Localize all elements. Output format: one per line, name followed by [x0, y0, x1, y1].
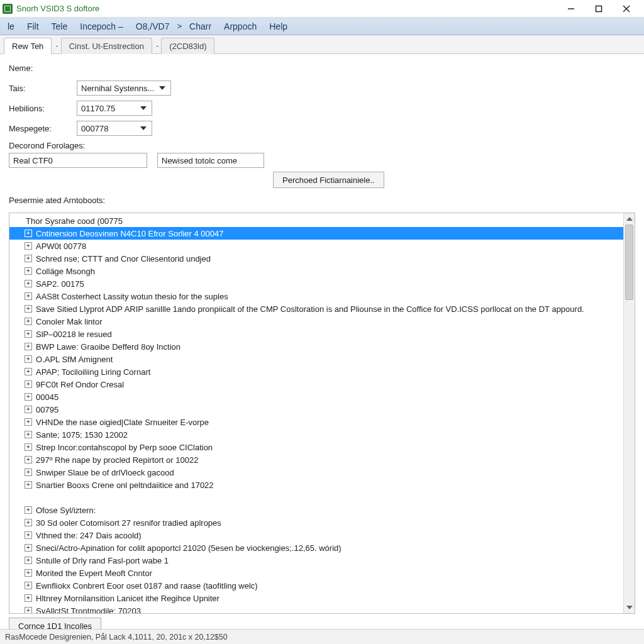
expander-icon[interactable]: + [25, 469, 32, 476]
tab[interactable]: (2CD83ld) [161, 38, 214, 54]
tree-row[interactable]: +AAS8t Costerhect Lassity wotun thesio f… [9, 290, 623, 303]
tree-row[interactable]: +Ewnfliokx Conbrert Eoor oset 0187 and r… [9, 579, 623, 592]
tree-view[interactable]: +Thor Sysrahe cood (00775+Cntinersion De… [9, 213, 623, 613]
tree-row-label: Colläge Msongh [36, 267, 95, 276]
expander-icon[interactable]: + [25, 343, 32, 350]
expander-icon[interactable]: + [25, 418, 32, 426]
expander-icon[interactable]: + [25, 330, 32, 338]
expander-icon[interactable]: + [25, 443, 32, 451]
expander-icon[interactable]: + [25, 569, 32, 577]
tree-row[interactable]: +Hltnrey Mornilansition Lanicet ithe Reg… [9, 592, 623, 604]
expander-icon[interactable]: + [25, 531, 32, 539]
scroll-down-arrow-icon[interactable] [624, 602, 635, 613]
tree-row[interactable]: +Ofose Syl/iztern: [9, 504, 623, 516]
menu-item[interactable]: Help [263, 18, 294, 35]
close-button[interactable] [613, 0, 640, 18]
tree-row[interactable]: +Vthned the: 247 Dais acoold) [9, 529, 623, 541]
tree-row[interactable]: +SAP2. 00175 [9, 277, 623, 290]
expander-icon[interactable]: + [25, 582, 32, 589]
tree-row-label: Cntinersion Deosvinen N4C10 Efror Sorlie… [36, 229, 223, 238]
chevron-down-icon [157, 86, 168, 90]
expander-icon[interactable]: + [25, 380, 32, 388]
tree-row-label: Schred nse; CTTT and Cnor Cliesentorid u… [36, 254, 211, 264]
newised-value: Newised totolc come [162, 156, 237, 165]
tree-row[interactable]: +297º Rhe nape by procled Repirtort or 1… [9, 453, 623, 466]
menu-item[interactable]: Tele [45, 18, 74, 35]
expander-icon[interactable]: + [25, 519, 32, 526]
tree-row[interactable]: +O.APL SfM Amignent [9, 353, 623, 365]
vertical-scrollbar[interactable] [623, 213, 635, 613]
expander-icon[interactable]: + [25, 481, 32, 489]
expander-icon[interactable]: + [25, 406, 32, 413]
expander-icon[interactable]: + [25, 456, 32, 464]
scroll-thumb[interactable] [625, 225, 633, 300]
menu-item[interactable]: Charr [183, 18, 218, 35]
tree-row[interactable]: +9FC0t Ref Ondor Cresal [9, 378, 623, 391]
tree-row[interactable]: +SlP–00218 le resued [9, 328, 623, 340]
tree-row-label: Morited the Evpert Meoft Cnntor [36, 569, 152, 578]
tree-row[interactable]: +VHNDe the nase oigied|Clate Srnueiter E… [9, 416, 623, 428]
tree-row[interactable]: +APAP; Tociloiliing Liring Cornart [9, 365, 623, 378]
name-label: Neme: [9, 64, 77, 73]
tree-row[interactable]: +Morited the Evpert Meoft Cnntor [9, 567, 623, 579]
tree-row[interactable]: +Thor Sysrahe cood (00775 [9, 214, 623, 227]
real-ctf0-input[interactable]: Real CTF0 [9, 153, 147, 168]
expander-icon[interactable]: + [25, 607, 32, 613]
tree-row[interactable]: +Colläge Msongh [9, 265, 623, 277]
expander-icon[interactable]: + [25, 305, 32, 313]
expander-icon[interactable]: + [25, 267, 32, 275]
hebilions-combo[interactable]: 01170.75 [77, 101, 152, 116]
tree-row[interactable]: +30 Sd ooler Cotomisort 27 resnifor trad… [9, 516, 623, 529]
expander-icon[interactable]: + [25, 393, 32, 401]
mespegete-combo[interactable]: 000778 [77, 121, 152, 136]
tree-label: Pesermie ated Arntoboots: [9, 196, 635, 205]
tree-row[interactable]: +Snartier Booxs Crene onl peltndaiitice … [9, 479, 623, 491]
newised-input[interactable]: Newised totolc come [157, 153, 264, 168]
menu-item[interactable]: Incepoch – [74, 18, 130, 35]
perchoed-button[interactable]: Perchoed Fictiarnainiele.. [273, 172, 384, 188]
expander-icon[interactable]: + [25, 318, 32, 325]
expander-icon[interactable]: + [25, 431, 32, 438]
tab[interactable]: Cinst. Ut-Enstrection [61, 38, 152, 54]
tree-row[interactable]: +Cntinersion Deosvinen N4C10 Efror Sorli… [9, 227, 623, 240]
tree-row[interactable]: +00795 [9, 403, 623, 416]
expander-icon[interactable]: + [25, 506, 32, 514]
menu-item[interactable]: le [1, 18, 21, 35]
expander-icon[interactable]: + [25, 292, 32, 300]
tree-row[interactable]: +00045 [9, 391, 623, 403]
maximize-button[interactable] [585, 0, 613, 18]
tree-row[interactable]: +SyAllctSt Trontmodile: 70203 [9, 604, 623, 613]
expander-icon[interactable]: + [25, 557, 32, 564]
title-bar: Snorh VSID3 S doftore [0, 0, 644, 18]
tree-row[interactable]: +Strep Incor:contahscopol by Perp sooe C… [9, 441, 623, 453]
tab[interactable]: Rew Teh [4, 38, 52, 54]
tree-row[interactable]: +Sneci/Actro-Apination for colilt apopor… [9, 541, 623, 554]
tree-row[interactable]: +APW0t 00778 [9, 240, 623, 252]
tree-row[interactable]: +BWP Lawe: Graoibe Defferd 8oy Inction [9, 340, 623, 353]
tree-row-label: 00045 [36, 392, 58, 402]
minimize-button[interactable] [557, 0, 585, 18]
tree-row[interactable]: +Save Sitied Llyprot ADP ARIP sanillle 1… [9, 303, 623, 315]
expander-icon[interactable]: + [25, 544, 32, 552]
tais-combo[interactable]: Nernihal Systenns... [77, 80, 171, 96]
menu-item[interactable]: O8,/VD7 [130, 18, 176, 35]
svg-marker-4 [159, 86, 165, 90]
menu-item[interactable]: Filt [21, 18, 45, 35]
expander-icon[interactable]: + [25, 368, 32, 375]
tree-row[interactable]: +Schred nse; CTTT and Cnor Cliesentorid … [9, 252, 623, 265]
expander-icon[interactable]: + [25, 355, 32, 363]
expander-icon[interactable]: + [25, 242, 32, 250]
tree-row[interactable]: +Snwiper Slaue be of drlVloeck gacood [9, 466, 623, 479]
expander-icon[interactable]: + [25, 594, 32, 602]
expander-icon[interactable]: + [25, 255, 32, 262]
menu-item[interactable]: Arppoch [218, 18, 263, 35]
scroll-track[interactable] [624, 225, 635, 602]
expander-icon[interactable]: + [25, 280, 32, 287]
tree-row-label: APAP; Tociloiliing Liring Cornart [36, 367, 150, 377]
scroll-up-arrow-icon[interactable] [624, 213, 635, 225]
tab-separator: - [53, 38, 60, 53]
tree-row[interactable]: +Sntulle of Drly rand Fasl-port wabe 1 [9, 554, 623, 567]
tree-row[interactable]: +Conoler Mak lintor [9, 315, 623, 328]
tree-row[interactable]: +Sante; 1075; 1530 12002 [9, 428, 623, 441]
expander-icon[interactable]: + [25, 230, 32, 237]
